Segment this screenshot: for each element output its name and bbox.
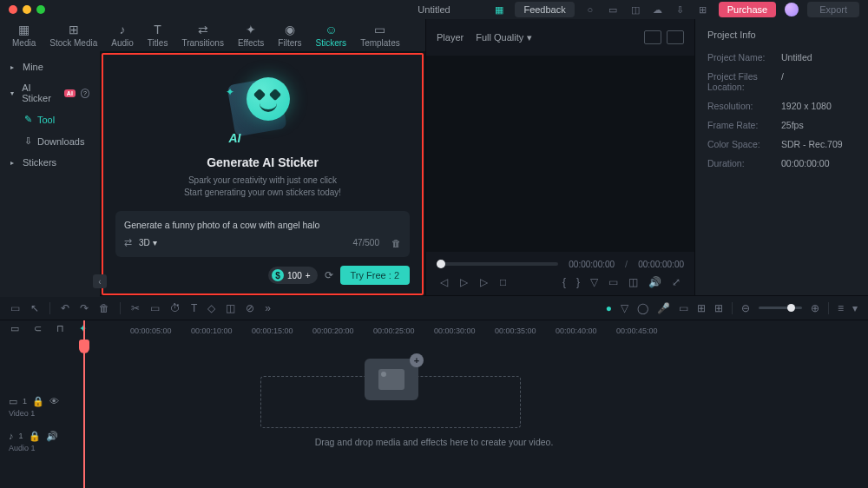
lock-icon[interactable]: 🔒 xyxy=(32,396,44,407)
feedback-button[interactable]: Feedback xyxy=(515,2,574,17)
maximize-icon[interactable] xyxy=(36,5,45,14)
try-free-button[interactable]: Try Free : 2 xyxy=(340,266,410,285)
speed-icon[interactable]: ⏱ xyxy=(170,302,181,314)
proj-cs-value: SDR - Rec.709 xyxy=(781,139,843,149)
media-placeholder[interactable]: + xyxy=(365,359,418,400)
style-select[interactable]: 3D ▾ xyxy=(139,238,157,247)
sidebar-item-tool[interactable]: ✎Tool xyxy=(0,109,100,130)
proj-name-label: Project Name: xyxy=(707,52,781,63)
tab-stickers[interactable]: ☺Stickers xyxy=(309,19,354,51)
scrub-handle[interactable] xyxy=(437,260,445,268)
prompt-input[interactable]: Generate a funny photo of a cow with ang… xyxy=(124,220,401,230)
shuffle-icon[interactable]: ⇄ xyxy=(124,237,132,248)
track-link-icon[interactable]: ⊂ xyxy=(30,320,45,336)
chevron-down-icon[interactable]: ▾ xyxy=(852,302,858,314)
mixer-icon[interactable]: ⊞ xyxy=(697,302,706,314)
tab-audio[interactable]: ♪Audio xyxy=(104,19,141,51)
marker-icon[interactable]: ▽ xyxy=(621,302,628,314)
tab-effects[interactable]: ✦Effects xyxy=(231,19,271,51)
trash-icon[interactable]: 🗑 xyxy=(391,238,401,248)
player-canvas[interactable] xyxy=(426,56,694,252)
settings-icon[interactable]: ◫ xyxy=(628,276,638,288)
credits-pill[interactable]: $ 100 + xyxy=(268,267,318,284)
collapse-button[interactable]: ‹ xyxy=(93,274,107,288)
help-icon[interactable]: ? xyxy=(81,89,89,98)
voiceover-icon[interactable]: ◯ xyxy=(637,302,648,314)
stickers-sidebar: ▸Mine ▾AI StickerAI? ✎Tool ⇩Downloads ▸S… xyxy=(0,51,100,297)
expand-icon[interactable]: ⤢ xyxy=(672,276,681,288)
zoom-handle[interactable] xyxy=(787,304,795,312)
tab-filters[interactable]: ◉Filters xyxy=(271,19,308,51)
fullscreen-icon[interactable]: ▭ xyxy=(608,276,618,288)
tab-media[interactable]: ▦Media xyxy=(5,19,43,51)
proj-name-value: Untitled xyxy=(781,52,812,63)
stop-icon[interactable]: □ xyxy=(500,276,506,288)
playhead[interactable] xyxy=(83,320,85,488)
quality-select[interactable]: Full Quality▾ xyxy=(476,32,532,43)
zoom-slider[interactable] xyxy=(759,307,802,309)
export-button[interactable]: Export xyxy=(807,2,859,17)
sidebar-item-mine[interactable]: ▸Mine xyxy=(0,56,100,77)
record-icon[interactable]: ● xyxy=(606,302,612,314)
tab-transitions[interactable]: ⇄Transitions xyxy=(174,19,231,51)
timeline-ruler[interactable]: ▭ ⊂ ⊓ ✦ 00:00:05:00 00:00:10:00 00:00:15… xyxy=(0,320,868,341)
close-icon[interactable] xyxy=(9,5,17,14)
step-back-icon[interactable]: ▷ xyxy=(460,276,468,288)
sidebar-item-ai-sticker[interactable]: ▾AI StickerAI? xyxy=(0,77,100,109)
speaker-icon[interactable]: 🔊 xyxy=(46,431,58,442)
window-title: Untitled xyxy=(418,4,450,15)
download-icon[interactable]: ⇩ xyxy=(674,3,687,16)
avatar-icon[interactable] xyxy=(785,3,799,16)
layers-icon[interactable]: ◫ xyxy=(628,3,642,16)
track-collapse-icon[interactable]: ▭ xyxy=(7,320,23,336)
mic-icon[interactable]: 🎤 xyxy=(657,302,670,314)
snap-icon[interactable]: ✦ xyxy=(75,320,90,336)
delete-icon[interactable]: 🗑 xyxy=(99,302,109,314)
cloud-icon[interactable]: ☁ xyxy=(651,3,665,16)
tab-templates[interactable]: ▭Templates xyxy=(353,19,407,51)
mask-icon[interactable]: ◫ xyxy=(226,302,235,314)
mark-in-icon[interactable]: { xyxy=(562,276,566,288)
audio-track-icon: ♪ xyxy=(9,431,14,441)
refresh-icon[interactable]: ⟳ xyxy=(325,269,333,281)
prev-frame-icon[interactable]: ◁ xyxy=(440,276,448,288)
select-tool-icon[interactable]: ↖ xyxy=(30,302,39,314)
compare-view-icon[interactable] xyxy=(644,30,661,44)
link-icon[interactable]: ⊘ xyxy=(246,302,254,314)
single-view-icon[interactable] xyxy=(667,30,684,44)
zoom-in-icon[interactable]: ⊕ xyxy=(811,302,819,314)
gift-icon[interactable]: ▦ xyxy=(492,3,506,16)
grid-icon[interactable]: ⊞ xyxy=(714,302,723,314)
pointer-tool-icon[interactable]: ▭ xyxy=(10,302,20,314)
save-icon[interactable]: ▭ xyxy=(606,3,620,16)
device-icon[interactable]: ▭ xyxy=(679,302,688,314)
crop-icon[interactable]: ▭ xyxy=(150,302,160,314)
list-options-icon[interactable]: ≡ xyxy=(838,302,844,314)
cut-icon[interactable]: ✂ xyxy=(131,302,140,314)
snapshot-icon[interactable]: ▽ xyxy=(590,276,598,288)
more-tools-icon[interactable]: » xyxy=(265,302,271,314)
play-icon[interactable]: ▷ xyxy=(480,276,488,288)
proj-res-value: 1920 x 1080 xyxy=(781,101,832,111)
tab-titles[interactable]: TTitles xyxy=(141,19,175,51)
zoom-out-icon[interactable]: ⊖ xyxy=(741,302,750,314)
apps-icon[interactable]: ⊞ xyxy=(696,3,710,16)
mark-out-icon[interactable]: } xyxy=(576,276,580,288)
text-tool-icon[interactable]: T xyxy=(191,302,197,314)
circle-icon[interactable]: ○ xyxy=(583,3,597,16)
eye-icon[interactable]: 👁 xyxy=(49,396,59,406)
magnet-icon[interactable]: ⊓ xyxy=(52,320,68,336)
undo-icon[interactable]: ↶ xyxy=(61,302,69,314)
minimize-icon[interactable] xyxy=(23,5,31,14)
volume-icon[interactable]: 🔊 xyxy=(648,276,661,288)
sidebar-item-downloads[interactable]: ⇩Downloads xyxy=(0,130,100,152)
add-media-icon[interactable]: + xyxy=(410,353,424,367)
redo-icon[interactable]: ↷ xyxy=(80,302,89,314)
sidebar-item-stickers[interactable]: ▸Stickers xyxy=(0,152,100,173)
lock-icon[interactable]: 🔒 xyxy=(29,431,41,442)
scrub-bar[interactable] xyxy=(437,262,558,266)
purchase-button[interactable]: Purchase xyxy=(719,2,776,17)
keyframe-icon[interactable]: ◇ xyxy=(207,302,215,314)
tab-stock-media[interactable]: ⊞Stock Media xyxy=(43,19,104,51)
ai-actions: $ 100 + ⟳ Try Free : 2 xyxy=(115,266,410,285)
